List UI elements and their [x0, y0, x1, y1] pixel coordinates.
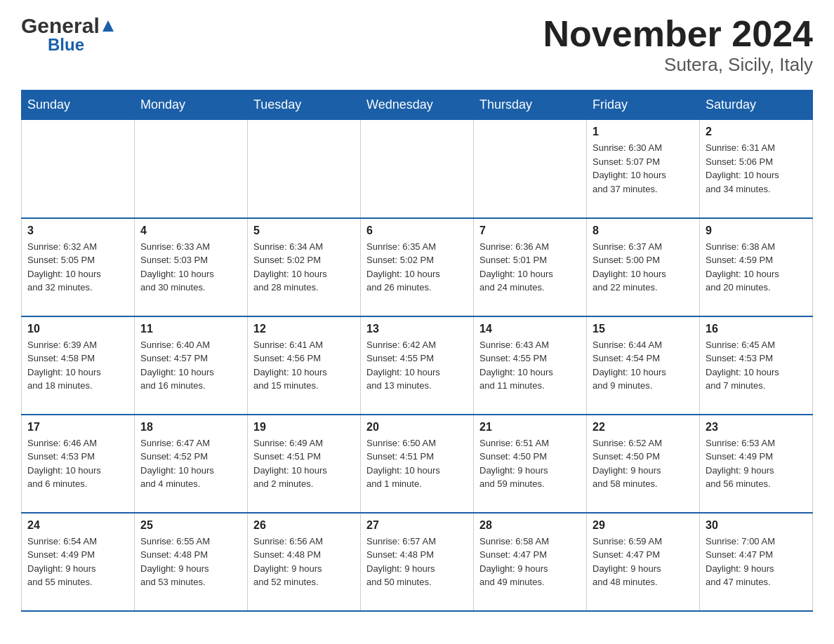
logo-blue-text: Blue: [48, 35, 115, 55]
calendar-cell: [361, 120, 474, 218]
calendar-cell: 3Sunrise: 6:32 AM Sunset: 5:05 PM Daylig…: [22, 218, 135, 316]
calendar-cell: 18Sunrise: 6:47 AM Sunset: 4:52 PM Dayli…: [135, 415, 248, 513]
cell-sun-info: Sunrise: 6:46 AM Sunset: 4:53 PM Dayligh…: [27, 436, 128, 491]
weekday-header: Wednesday: [361, 90, 474, 120]
cell-sun-info: Sunrise: 6:53 AM Sunset: 4:49 PM Dayligh…: [706, 436, 807, 491]
day-number: 28: [479, 519, 581, 532]
calendar-cell: 16Sunrise: 6:45 AM Sunset: 4:53 PM Dayli…: [700, 316, 813, 415]
day-number: 7: [479, 224, 581, 237]
calendar-cell: [474, 120, 587, 218]
logo-general-text: General: [21, 14, 100, 38]
cell-sun-info: Sunrise: 6:50 AM Sunset: 4:51 PM Dayligh…: [366, 436, 468, 491]
day-number: 23: [706, 421, 807, 434]
cell-sun-info: Sunrise: 6:39 AM Sunset: 4:58 PM Dayligh…: [27, 338, 128, 393]
calendar-cell: 8Sunrise: 6:37 AM Sunset: 5:00 PM Daylig…: [587, 218, 700, 316]
day-number: 1: [593, 126, 694, 138]
cell-sun-info: Sunrise: 6:33 AM Sunset: 5:03 PM Dayligh…: [140, 240, 241, 295]
day-number: 5: [253, 224, 355, 237]
cell-sun-info: Sunrise: 6:54 AM Sunset: 4:49 PM Dayligh…: [27, 535, 128, 589]
logo-triangle-icon: [101, 19, 115, 33]
day-number: 25: [140, 519, 241, 532]
calendar-cell: 1Sunrise: 6:30 AM Sunset: 5:07 PM Daylig…: [587, 120, 700, 218]
day-number: 20: [366, 421, 468, 434]
calendar-cell: 26Sunrise: 6:56 AM Sunset: 4:48 PM Dayli…: [248, 513, 361, 611]
cell-sun-info: Sunrise: 6:58 AM Sunset: 4:47 PM Dayligh…: [479, 535, 581, 589]
cell-sun-info: Sunrise: 6:44 AM Sunset: 4:54 PM Dayligh…: [593, 338, 694, 393]
calendar-cell: 15Sunrise: 6:44 AM Sunset: 4:54 PM Dayli…: [587, 316, 700, 415]
weekday-header: Tuesday: [248, 90, 361, 120]
calendar-cell: 19Sunrise: 6:49 AM Sunset: 4:51 PM Dayli…: [248, 415, 361, 513]
calendar-cell: 20Sunrise: 6:50 AM Sunset: 4:51 PM Dayli…: [361, 415, 474, 513]
calendar-cell: 30Sunrise: 7:00 AM Sunset: 4:47 PM Dayli…: [700, 513, 813, 611]
calendar-cell: 28Sunrise: 6:58 AM Sunset: 4:47 PM Dayli…: [474, 513, 587, 611]
calendar-cell: [135, 120, 248, 218]
calendar-cell: 11Sunrise: 6:40 AM Sunset: 4:57 PM Dayli…: [135, 316, 248, 415]
calendar-cell: 10Sunrise: 6:39 AM Sunset: 4:58 PM Dayli…: [22, 316, 135, 415]
cell-sun-info: Sunrise: 7:00 AM Sunset: 4:47 PM Dayligh…: [706, 535, 807, 589]
calendar-cell: 13Sunrise: 6:42 AM Sunset: 4:55 PM Dayli…: [361, 316, 474, 415]
weekday-header: Saturday: [700, 90, 813, 120]
svg-marker-0: [102, 20, 114, 32]
cell-sun-info: Sunrise: 6:55 AM Sunset: 4:48 PM Dayligh…: [140, 535, 241, 589]
calendar-cell: 23Sunrise: 6:53 AM Sunset: 4:49 PM Dayli…: [700, 415, 813, 513]
calendar-cell: 29Sunrise: 6:59 AM Sunset: 4:47 PM Dayli…: [587, 513, 700, 611]
calendar-cell: 21Sunrise: 6:51 AM Sunset: 4:50 PM Dayli…: [474, 415, 587, 513]
calendar-cell: 9Sunrise: 6:38 AM Sunset: 4:59 PM Daylig…: [700, 218, 813, 316]
day-number: 12: [253, 323, 355, 335]
day-number: 19: [253, 421, 355, 434]
cell-sun-info: Sunrise: 6:43 AM Sunset: 4:55 PM Dayligh…: [479, 338, 581, 393]
day-number: 14: [479, 323, 581, 335]
calendar-cell: 2Sunrise: 6:31 AM Sunset: 5:06 PM Daylig…: [700, 120, 813, 218]
calendar-cell: 4Sunrise: 6:33 AM Sunset: 5:03 PM Daylig…: [135, 218, 248, 316]
cell-sun-info: Sunrise: 6:31 AM Sunset: 5:06 PM Dayligh…: [706, 141, 807, 196]
calendar-week-row: 17Sunrise: 6:46 AM Sunset: 4:53 PM Dayli…: [22, 415, 813, 513]
calendar-cell: [22, 120, 135, 218]
cell-sun-info: Sunrise: 6:40 AM Sunset: 4:57 PM Dayligh…: [140, 338, 241, 393]
calendar-table: SundayMondayTuesdayWednesdayThursdayFrid…: [21, 90, 813, 612]
day-number: 15: [593, 323, 694, 335]
day-number: 29: [593, 519, 694, 532]
cell-sun-info: Sunrise: 6:51 AM Sunset: 4:50 PM Dayligh…: [479, 436, 581, 491]
cell-sun-info: Sunrise: 6:38 AM Sunset: 4:59 PM Dayligh…: [706, 240, 807, 295]
cell-sun-info: Sunrise: 6:37 AM Sunset: 5:00 PM Dayligh…: [593, 240, 694, 295]
day-number: 9: [706, 224, 807, 237]
calendar-cell: [248, 120, 361, 218]
weekday-header: Sunday: [22, 90, 135, 120]
cell-sun-info: Sunrise: 6:41 AM Sunset: 4:56 PM Dayligh…: [253, 338, 355, 393]
weekday-header: Thursday: [474, 90, 587, 120]
cell-sun-info: Sunrise: 6:47 AM Sunset: 4:52 PM Dayligh…: [140, 436, 241, 491]
calendar-cell: 12Sunrise: 6:41 AM Sunset: 4:56 PM Dayli…: [248, 316, 361, 415]
calendar-week-row: 3Sunrise: 6:32 AM Sunset: 5:05 PM Daylig…: [22, 218, 813, 316]
calendar-cell: 5Sunrise: 6:34 AM Sunset: 5:02 PM Daylig…: [248, 218, 361, 316]
calendar-cell: 24Sunrise: 6:54 AM Sunset: 4:49 PM Dayli…: [22, 513, 135, 611]
day-number: 6: [366, 224, 468, 237]
calendar-cell: 22Sunrise: 6:52 AM Sunset: 4:50 PM Dayli…: [587, 415, 700, 513]
cell-sun-info: Sunrise: 6:49 AM Sunset: 4:51 PM Dayligh…: [253, 436, 355, 491]
cell-sun-info: Sunrise: 6:34 AM Sunset: 5:02 PM Dayligh…: [253, 240, 355, 295]
day-number: 13: [366, 323, 468, 335]
day-number: 22: [593, 421, 694, 434]
calendar-title: November 2024: [543, 14, 813, 54]
calendar-cell: 6Sunrise: 6:35 AM Sunset: 5:02 PM Daylig…: [361, 218, 474, 316]
calendar-week-row: 10Sunrise: 6:39 AM Sunset: 4:58 PM Dayli…: [22, 316, 813, 415]
calendar-subtitle: Sutera, Sicily, Italy: [543, 54, 813, 76]
day-number: 10: [27, 323, 128, 335]
cell-sun-info: Sunrise: 6:42 AM Sunset: 4:55 PM Dayligh…: [366, 338, 468, 393]
title-block: November 2024 Sutera, Sicily, Italy: [543, 14, 813, 76]
day-number: 18: [140, 421, 241, 434]
cell-sun-info: Sunrise: 6:57 AM Sunset: 4:48 PM Dayligh…: [366, 535, 468, 589]
cell-sun-info: Sunrise: 6:30 AM Sunset: 5:07 PM Dayligh…: [593, 141, 694, 196]
page-header: General Blue November 2024 Sutera, Sicil…: [21, 14, 813, 76]
cell-sun-info: Sunrise: 6:36 AM Sunset: 5:01 PM Dayligh…: [479, 240, 581, 295]
calendar-cell: 17Sunrise: 6:46 AM Sunset: 4:53 PM Dayli…: [22, 415, 135, 513]
weekday-header: Monday: [135, 90, 248, 120]
cell-sun-info: Sunrise: 6:56 AM Sunset: 4:48 PM Dayligh…: [253, 535, 355, 589]
calendar-week-row: 1Sunrise: 6:30 AM Sunset: 5:07 PM Daylig…: [22, 120, 813, 218]
weekday-header-row: SundayMondayTuesdayWednesdayThursdayFrid…: [22, 90, 813, 120]
day-number: 16: [706, 323, 807, 335]
calendar-cell: 14Sunrise: 6:43 AM Sunset: 4:55 PM Dayli…: [474, 316, 587, 415]
cell-sun-info: Sunrise: 6:45 AM Sunset: 4:53 PM Dayligh…: [706, 338, 807, 393]
day-number: 26: [253, 519, 355, 532]
cell-sun-info: Sunrise: 6:35 AM Sunset: 5:02 PM Dayligh…: [366, 240, 468, 295]
day-number: 17: [27, 421, 128, 434]
